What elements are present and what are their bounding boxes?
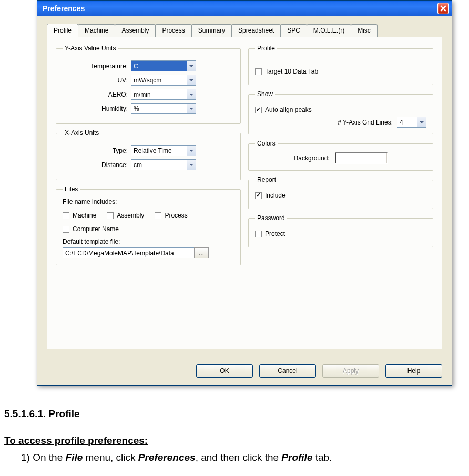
tab-panel-profile: Y-Axis Value Units Temperature: UV: xyxy=(47,37,442,349)
tab-profile[interactable]: Profile xyxy=(47,24,78,37)
protect-checkbox[interactable] xyxy=(255,231,262,237)
include-label: Include xyxy=(265,192,286,199)
machine-checkbox[interactable] xyxy=(63,212,69,219)
distance-label: Distance: xyxy=(63,161,131,169)
colors-group: Colors Background: xyxy=(248,140,433,171)
browse-button[interactable]: ... xyxy=(194,247,209,258)
template-file-label: Default template file: xyxy=(63,238,234,245)
tab-spreadsheet[interactable]: Spreadsheet xyxy=(231,24,281,37)
distance-value[interactable] xyxy=(131,159,187,170)
tab-m-o-l-e-r-[interactable]: M.O.L.E.(r) xyxy=(307,24,351,37)
tab-process[interactable]: Process xyxy=(155,24,191,37)
temperature-combo[interactable] xyxy=(131,60,196,71)
humidity-label: Humidity: xyxy=(63,105,131,112)
type-label: Type: xyxy=(63,147,131,154)
report-group: Report Include xyxy=(248,176,433,209)
show-group: Show Auto align peaks # Y-Axis Grid Line… xyxy=(248,90,433,134)
files-legend: Files xyxy=(63,185,80,193)
target10-checkbox[interactable] xyxy=(255,68,262,75)
y-axis-legend: Y-Axis Value Units xyxy=(63,45,118,52)
computer-name-checkbox[interactable] xyxy=(63,226,69,233)
humidity-combo[interactable] xyxy=(131,103,196,114)
show-legend: Show xyxy=(255,90,275,98)
assembly-checkbox[interactable] xyxy=(107,212,114,219)
section-heading: 5.5.1.6.1. Profile xyxy=(4,407,469,422)
chevron-down-icon[interactable] xyxy=(187,145,196,156)
close-icon xyxy=(440,5,446,12)
chevron-down-icon[interactable] xyxy=(187,159,196,170)
preferences-dialog: Preferences ProfileMachineAssemblyProces… xyxy=(37,0,452,386)
type-combo[interactable] xyxy=(131,145,196,156)
password-legend: Password xyxy=(255,214,287,222)
x-axis-legend: X-Axis Units xyxy=(63,129,101,137)
distance-combo[interactable] xyxy=(131,159,196,170)
chevron-down-icon[interactable] xyxy=(187,60,196,71)
tab-assembly[interactable]: Assembly xyxy=(115,24,156,37)
tab-summary[interactable]: Summary xyxy=(191,24,232,37)
help-button[interactable]: Help xyxy=(385,364,442,378)
temperature-label: Temperature: xyxy=(63,63,131,70)
template-path-input[interactable] xyxy=(63,247,194,258)
profile-group: Profile Target 10 Data Tab xyxy=(248,45,433,85)
cancel-button[interactable]: Cancel xyxy=(259,364,316,378)
doc-subheading: To access profile preferences: xyxy=(4,433,469,449)
content-area: ProfileMachineAssemblyProcessSummarySpre… xyxy=(37,16,452,359)
auto-align-label: Auto align peaks xyxy=(265,106,312,113)
background-label: Background: xyxy=(294,154,329,162)
protect-label: Protect xyxy=(265,230,285,237)
uv-label: UV: xyxy=(63,77,131,84)
ok-button[interactable]: OK xyxy=(196,364,253,378)
y-axis-units-group: Y-Axis Value Units Temperature: UV: xyxy=(56,45,241,124)
apply-button: Apply xyxy=(322,364,379,378)
assembly-chk-label: Assembly xyxy=(117,212,144,219)
grid-lines-combo[interactable] xyxy=(397,117,426,128)
button-bar: OK Cancel Apply Help xyxy=(37,359,452,385)
x-axis-units-group: X-Axis Units Type: Distance: xyxy=(56,129,241,180)
temperature-value[interactable] xyxy=(131,60,187,71)
tab-spc[interactable]: SPC xyxy=(280,24,307,37)
aero-value[interactable] xyxy=(131,89,187,100)
chevron-down-icon[interactable] xyxy=(187,75,196,86)
chevron-down-icon[interactable] xyxy=(187,103,196,114)
grid-lines-value[interactable] xyxy=(397,117,417,128)
filename-includes-label: File name includes: xyxy=(63,198,234,205)
document-text: 5.5.1.6.1. Profile To access profile pre… xyxy=(4,407,469,465)
report-legend: Report xyxy=(255,176,278,183)
files-group: Files File name includes: Machine Assemb… xyxy=(56,185,241,265)
tab-misc[interactable]: Misc xyxy=(351,24,378,37)
auto-align-checkbox[interactable] xyxy=(255,107,262,113)
humidity-value[interactable] xyxy=(131,103,187,114)
tab-strip: ProfileMachineAssemblyProcessSummarySpre… xyxy=(47,24,442,37)
window-title: Preferences xyxy=(43,4,85,13)
aero-combo[interactable] xyxy=(131,89,196,100)
password-group: Password Protect xyxy=(248,214,433,247)
close-button[interactable] xyxy=(437,3,449,14)
target10-label: Target 10 Data Tab xyxy=(265,68,318,75)
computer-name-chk-label: Computer Name xyxy=(73,225,119,233)
aero-label: AERO: xyxy=(63,91,131,98)
profile-group-legend: Profile xyxy=(255,45,277,52)
grid-lines-label: # Y-Axis Grid Lines: xyxy=(338,119,393,126)
doc-step-1: 1) On the File menu, click Preferences, … xyxy=(21,450,469,465)
colors-legend: Colors xyxy=(255,140,278,147)
tab-machine[interactable]: Machine xyxy=(78,24,115,37)
type-value[interactable] xyxy=(131,145,187,156)
process-chk-label: Process xyxy=(165,212,187,219)
chevron-down-icon[interactable] xyxy=(417,117,426,128)
include-checkbox[interactable] xyxy=(255,192,262,199)
background-color-button[interactable] xyxy=(335,152,388,164)
chevron-down-icon[interactable] xyxy=(187,89,196,100)
uv-combo[interactable] xyxy=(131,75,196,86)
process-checkbox[interactable] xyxy=(155,212,161,219)
uv-value[interactable] xyxy=(131,75,187,86)
titlebar: Preferences xyxy=(37,1,452,16)
machine-chk-label: Machine xyxy=(73,212,96,219)
